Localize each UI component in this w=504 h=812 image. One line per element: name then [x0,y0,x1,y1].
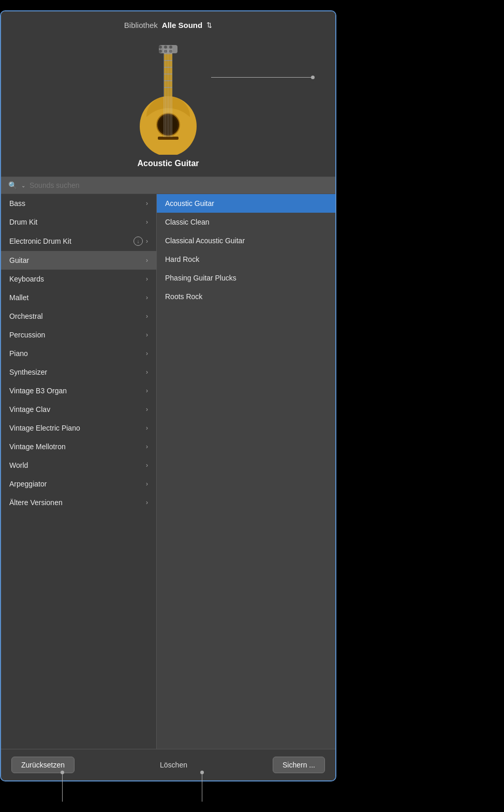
category-label-world: World [9,461,28,469]
library-label: Bibliothek [124,21,158,29]
search-input[interactable] [29,181,328,189]
chevron-right-icon: › [146,462,148,469]
instrument-display: Acoustic Guitar [1,36,335,176]
category-item-arpeggiator[interactable]: Arpeggiator› [1,475,156,493]
category-item-orchestral[interactable]: Orchestral› [1,307,156,326]
category-label-synthesizer: Synthesizer [9,368,47,376]
guitar-callout-line [211,77,315,78]
category-label-guitar: Guitar [9,256,29,264]
category-item-percussion[interactable]: Percussion› [1,326,156,344]
guitar-name-label: Acoustic Guitar [137,159,199,168]
category-item-world[interactable]: World› [1,456,156,475]
sound-label-classical-acoustic-guitar: Classical Acoustic Guitar [165,237,245,245]
category-label-keyboards: Keyboards [9,275,44,283]
download-badge-icon[interactable]: ↓ [134,237,143,246]
svg-point-17 [159,115,177,134]
chevron-right-icon: › [146,238,148,245]
sound-item-classic-clean[interactable]: Classic Clean [157,213,335,231]
chevron-right-icon: › [146,294,148,301]
category-label-percussion: Percussion [9,331,45,339]
category-item-altere-versionen[interactable]: Ältere Versionen› [1,493,156,512]
sound-item-phasing-guitar-plucks[interactable]: Phasing Guitar Plucks [157,269,335,287]
svg-point-10 [169,46,172,49]
chevron-right-icon: › [146,257,148,264]
category-label-piano: Piano [9,349,28,358]
main-panel: Bibliothek Alle Sound ⇅ [0,10,336,781]
chevron-right-icon: › [146,499,148,506]
svg-point-11 [159,50,162,53]
search-bar[interactable]: 🔍 ⌄ [1,176,335,194]
chevron-right-icon: › [146,218,148,226]
save-button[interactable]: Sichern ... [273,757,325,773]
sort-chevron-icon[interactable]: ⇅ [206,21,212,29]
header: Bibliothek Alle Sound ⇅ [1,11,335,36]
chevron-right-icon: › [146,350,148,357]
sound-label-classic-clean: Classic Clean [165,218,210,226]
chevron-right-icon: › [146,387,148,394]
sound-item-roots-rock[interactable]: Roots Rock [157,287,335,306]
chevron-right-icon: › [146,275,148,283]
category-label-orchestral: Orchestral [9,312,43,320]
category-label-electronic-drum-kit: Electronic Drum Kit [9,237,71,245]
chevron-right-icon: › [146,368,148,376]
category-label-drum-kit: Drum Kit [9,218,37,226]
svg-rect-18 [158,137,179,140]
category-item-keyboards[interactable]: Keyboards› [1,270,156,288]
chevron-right-icon: › [146,480,148,488]
chevron-right-icon: › [146,424,148,432]
category-item-vintage-mellotron[interactable]: Vintage Mellotron› [1,437,156,456]
reset-callout-tick [62,771,63,802]
guitar-image [122,41,215,155]
category-label-vintage-b3-organ: Vintage B3 Organ [9,387,67,395]
delete-callout-tick [202,771,202,802]
chevron-right-icon: › [146,200,148,207]
sound-item-classical-acoustic-guitar[interactable]: Classical Acoustic Guitar [157,231,335,250]
chevron-right-icon: › [146,331,148,338]
bottom-bar: Zurücksetzen Löschen Sichern ... [1,749,335,780]
reset-button[interactable]: Zurücksetzen [11,757,75,773]
chevron-right-icon: › [146,443,148,450]
search-icon: 🔍 [8,181,17,189]
sound-label-hard-rock: Hard Rock [165,255,199,263]
category-label-vintage-mellotron: Vintage Mellotron [9,442,66,451]
chevron-right-icon: › [146,313,148,320]
category-item-guitar[interactable]: Guitar› [1,251,156,270]
category-label-vintage-clav: Vintage Clav [9,405,50,414]
category-label-arpeggiator: Arpeggiator [9,480,47,488]
sound-label-acoustic-guitar: Acoustic Guitar [165,199,214,208]
chevron-right-icon: › [146,406,148,413]
category-item-bass[interactable]: Bass› [1,194,156,213]
search-callout-line [335,185,336,186]
sound-item-hard-rock[interactable]: Hard Rock [157,250,335,269]
category-item-piano[interactable]: Piano› [1,344,156,363]
sound-label-roots-rock: Roots Rock [165,292,202,301]
category-item-drum-kit[interactable]: Drum Kit› [1,213,156,231]
category-item-mallet[interactable]: Mallet› [1,288,156,307]
sound-item-acoustic-guitar[interactable]: Acoustic Guitar [157,194,335,213]
category-item-synthesizer[interactable]: Synthesizer› [1,363,156,381]
delete-button[interactable]: Löschen [151,757,197,773]
lists-area: Bass›Drum Kit›Electronic Drum Kit↓›Guita… [1,194,335,749]
category-item-vintage-clav[interactable]: Vintage Clav› [1,400,156,419]
category-label-vintage-electric-piano: Vintage Electric Piano [9,424,80,432]
category-label-mallet: Mallet [9,293,28,302]
header-title[interactable]: Alle Sound [162,21,202,29]
search-filter-chevron-icon[interactable]: ⌄ [21,183,25,188]
sound-list: Acoustic GuitarClassic CleanClassical Ac… [156,194,335,749]
category-item-vintage-electric-piano[interactable]: Vintage Electric Piano› [1,419,156,437]
category-label-bass: Bass [9,199,25,208]
category-label-altere-versionen: Ältere Versionen [9,498,63,507]
category-item-vintage-b3-organ[interactable]: Vintage B3 Organ› [1,381,156,400]
svg-point-8 [159,46,162,49]
svg-point-9 [164,46,167,49]
category-item-electronic-drum-kit[interactable]: Electronic Drum Kit↓› [1,231,156,251]
sound-label-phasing-guitar-plucks: Phasing Guitar Plucks [165,274,236,282]
category-list: Bass›Drum Kit›Electronic Drum Kit↓›Guita… [1,194,156,749]
